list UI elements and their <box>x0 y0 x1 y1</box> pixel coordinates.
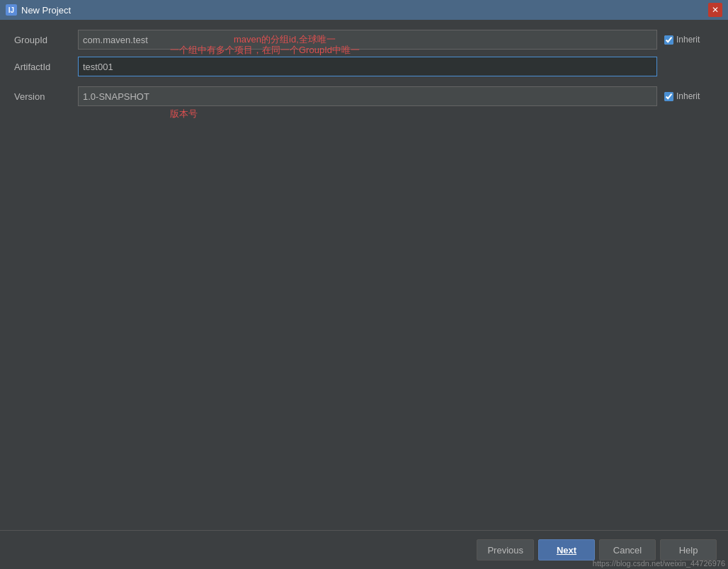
version-inherit-checkbox[interactable] <box>664 92 673 101</box>
groupid-inherit-label: Inherit <box>676 35 700 45</box>
groupid-label: GroupId <box>14 35 78 45</box>
version-input[interactable] <box>78 86 657 106</box>
artifactid-label: ArtifactId <box>14 62 78 72</box>
groupid-row: GroupId maven的分组id,全球唯一 Inherit <box>14 30 714 50</box>
title-bar: IJ New Project ✕ <box>0 0 728 20</box>
close-button[interactable]: ✕ <box>708 3 722 17</box>
version-inherit-label: Inherit <box>676 91 700 101</box>
groupid-input[interactable] <box>78 30 657 50</box>
version-row: Version 版本号 Inherit <box>14 86 714 106</box>
next-button[interactable]: Next <box>538 539 595 561</box>
previous-button[interactable]: Previous <box>477 539 534 561</box>
version-label: Version <box>14 91 78 102</box>
main-area <box>0 113 728 524</box>
app-icon: IJ <box>6 4 17 16</box>
groupid-inherit-checkbox[interactable] <box>664 35 673 45</box>
artifactid-row: ArtifactId 一个组中有多个项目，在同一个GroupId中唯一 <box>14 57 714 76</box>
dialog-title: New Project <box>21 5 704 16</box>
version-inherit-check[interactable]: Inherit <box>664 91 714 101</box>
form-section: GroupId maven的分组id,全球唯一 Inherit Artifact… <box>0 20 728 106</box>
footer-url: https://blog.csdn.net/weixin_44726976 <box>590 558 728 569</box>
groupid-inherit-check[interactable]: Inherit <box>664 35 714 45</box>
artifactid-input[interactable] <box>78 57 657 76</box>
dialog-wrapper: IJ New Project ✕ GroupId maven的分组id,全球唯一… <box>0 0 728 569</box>
